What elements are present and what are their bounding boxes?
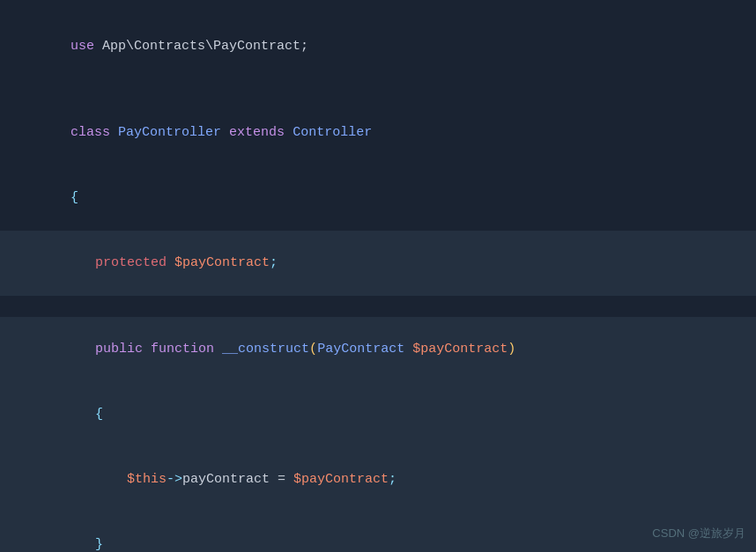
keyword-function: function	[151, 342, 214, 357]
code-container: use App\Contracts\PayContract; class Pay…	[0, 0, 756, 552]
code-line-highlighted: $this->payContract = $payContract;	[0, 447, 756, 512]
code-line: use App\Contracts\PayContract;	[0, 14, 756, 79]
code-line-empty	[0, 79, 756, 100]
bracket: {	[70, 190, 78, 205]
class-name: Controller	[293, 125, 372, 140]
variable: $payContract	[412, 342, 508, 357]
code-text: payContract =	[182, 472, 293, 487]
code-line-highlighted: public function __construct(PayContract …	[0, 317, 756, 382]
param-type: PayContract	[317, 342, 404, 357]
keyword-public: public	[95, 342, 143, 357]
bracket: }	[95, 537, 103, 552]
paren: )	[508, 342, 515, 357]
class-name: PayController	[118, 125, 221, 140]
keyword-protected: protected	[95, 255, 167, 270]
code-block: use App\Contracts\PayContract; class Pay…	[0, 11, 756, 552]
code-text: App\Contracts\PayContract;	[94, 39, 308, 54]
code-line-highlighted: {	[0, 382, 756, 447]
watermark: CSDN @逆旅岁月	[652, 525, 745, 543]
paren: (	[309, 342, 317, 357]
code-line: class PayController extends Controller	[0, 100, 756, 166]
code-text	[110, 125, 118, 140]
semicolon: ;	[389, 472, 397, 487]
code-text	[221, 125, 229, 140]
keyword-use: use	[70, 39, 94, 54]
variable: $payContract	[293, 472, 389, 487]
variable: $payContract	[174, 255, 270, 270]
keyword-extends: extends	[229, 125, 285, 140]
bracket: {	[95, 407, 103, 422]
code-text	[404, 342, 412, 357]
arrow: ->	[167, 472, 182, 487]
code-line-highlighted: protected $payContract;	[0, 231, 756, 296]
code-line: {	[0, 166, 756, 231]
code-line-empty	[0, 296, 756, 317]
code-text	[285, 125, 293, 140]
variable: $this	[127, 472, 167, 487]
function-name: __construct	[222, 342, 309, 357]
code-text	[167, 255, 174, 270]
semicolon: ;	[270, 255, 278, 270]
code-text	[214, 342, 222, 357]
keyword-class: class	[70, 125, 110, 140]
code-line-highlighted: }	[0, 512, 756, 552]
code-text	[143, 342, 151, 357]
